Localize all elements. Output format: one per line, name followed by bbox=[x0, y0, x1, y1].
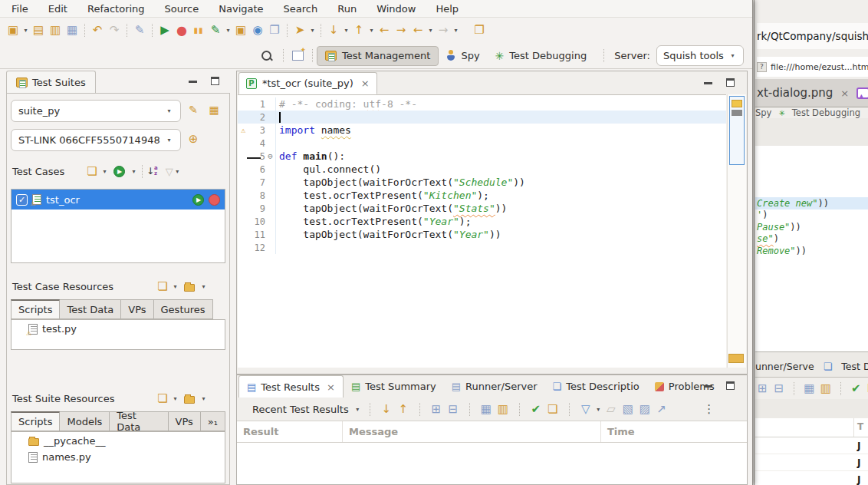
record-icon[interactable]: ● bbox=[173, 22, 190, 39]
maximize-icon[interactable] bbox=[211, 77, 219, 85]
device-select[interactable]: ST-LINK 066CFF5550714948 ▾ bbox=[11, 129, 181, 151]
pick-object-icon[interactable]: ✎ bbox=[131, 22, 148, 39]
tab-test-results[interactable]: ▤ Test Results × bbox=[238, 375, 344, 398]
snapshot-icon[interactable]: ▣ bbox=[232, 22, 249, 39]
maximize-icon[interactable] bbox=[726, 381, 735, 390]
bg-code-editor[interactable]: Create new")) ') Pause")) se") Remove")) bbox=[755, 146, 868, 351]
video-icon[interactable]: ▥ bbox=[820, 380, 832, 397]
tab-scripts[interactable]: Scripts bbox=[11, 411, 60, 431]
previous-annotation-icon[interactable]: ↑ bbox=[350, 22, 367, 39]
stop-icon[interactable] bbox=[209, 194, 220, 206]
collapse-all-icon[interactable]: ⊟ bbox=[445, 401, 462, 417]
new-test-case-icon[interactable]: ❏ bbox=[84, 163, 100, 180]
tab-test-summary[interactable]: ▤ Test Summary bbox=[344, 375, 444, 398]
tab-test-data[interactable]: Test Data bbox=[110, 411, 168, 431]
web-browser-icon[interactable]: ◉ bbox=[249, 22, 266, 39]
chevron-down-icon[interactable]: ▾ bbox=[426, 27, 435, 34]
launch-icon[interactable]: ➤ bbox=[291, 22, 308, 39]
menu-edit[interactable]: Edit bbox=[38, 2, 77, 16]
menu-window[interactable]: Window bbox=[367, 2, 426, 16]
menu-run[interactable]: Run bbox=[327, 2, 367, 16]
back-history-icon[interactable]: ← bbox=[409, 22, 426, 39]
bg-link-text[interactable]: file:///home/ezust...html# bbox=[771, 62, 868, 72]
screenshot-icon[interactable]: ▦ bbox=[478, 401, 495, 417]
collapse-all-icon[interactable]: ⊟ bbox=[774, 380, 785, 397]
new-report-icon[interactable]: ❏ bbox=[544, 401, 561, 417]
new-test-suite-icon[interactable]: ▤ bbox=[30, 22, 47, 39]
bg-tab-test-description[interactable]: Test Descri bbox=[841, 361, 868, 372]
folder-pycache[interactable]: __pycache__ bbox=[12, 432, 225, 448]
column-result[interactable]: Result bbox=[237, 421, 343, 442]
file-test-py[interactable]: test.py bbox=[12, 320, 225, 336]
chevron-down-icon[interactable]: ▾ bbox=[171, 395, 179, 402]
table-row[interactable]: J bbox=[755, 437, 868, 454]
expand-all-icon[interactable]: ⊞ bbox=[428, 401, 445, 417]
filter-icon[interactable]: ▽ bbox=[577, 401, 594, 417]
bg-test-debugging-label[interactable]: Test Debugging bbox=[792, 107, 860, 118]
tab-scripts[interactable]: Scripts bbox=[11, 299, 60, 319]
recent-test-results-dropdown[interactable]: Recent Test Results bbox=[252, 404, 349, 415]
chevron-down-icon[interactable]: ▾ bbox=[173, 168, 182, 175]
tab-vps[interactable]: VPs bbox=[121, 299, 153, 319]
bg-link-row[interactable]: ? file:///home/ezust...html# bbox=[757, 57, 868, 77]
open-folder-icon[interactable] bbox=[184, 284, 195, 292]
import-chart-icon[interactable]: ▨ bbox=[636, 401, 653, 417]
save-icon[interactable]: ▦ bbox=[64, 22, 81, 39]
forward-history-icon[interactable]: → bbox=[435, 22, 452, 39]
new-test-case-icon[interactable]: ▥ bbox=[47, 22, 64, 39]
chevron-down-icon[interactable]: ▾ bbox=[100, 168, 109, 175]
tab-test-suites[interactable]: Test Suites bbox=[6, 71, 96, 94]
chevron-down-icon[interactable]: ▾ bbox=[224, 27, 232, 34]
suite-settings-icon[interactable]: ✎ bbox=[186, 102, 201, 117]
results-table-body[interactable] bbox=[237, 443, 747, 484]
open-external-icon[interactable]: ↗ bbox=[653, 401, 670, 417]
bg-col-time[interactable]: T bbox=[857, 421, 863, 432]
table-row[interactable]: J bbox=[755, 454, 868, 471]
menu-refactoring[interactable]: Refactoring bbox=[77, 2, 155, 16]
video-icon[interactable]: ▥ bbox=[495, 401, 511, 417]
tab-test-description[interactable]: ❏ Test Descriptio bbox=[545, 375, 647, 398]
perspective-spy[interactable]: Spy bbox=[439, 46, 487, 66]
table-row[interactable]: J bbox=[755, 471, 868, 485]
new-wizard-icon[interactable]: ▣ bbox=[5, 22, 21, 39]
close-icon[interactable]: × bbox=[327, 381, 335, 393]
scrollbar-thumb[interactable] bbox=[729, 96, 745, 165]
suite-select[interactable]: suite_py ▾ bbox=[11, 100, 181, 122]
tab-gestures[interactable]: Gestures bbox=[154, 299, 213, 319]
chevron-down-icon[interactable]: ▾ bbox=[130, 168, 138, 175]
test-case-row-tst-ocr[interactable]: ✓ tst_ocr ▶ bbox=[12, 190, 225, 210]
chevron-down-icon[interactable]: ▾ bbox=[199, 395, 208, 402]
minimize-icon[interactable] bbox=[189, 81, 197, 83]
chevron-down-icon[interactable]: ▾ bbox=[353, 406, 362, 413]
chevron-down-icon[interactable]: ▾ bbox=[21, 27, 30, 34]
checkbox-checked-icon[interactable]: ✓ bbox=[16, 194, 28, 206]
open-folder-icon[interactable] bbox=[184, 396, 195, 404]
column-time[interactable]: Time bbox=[601, 426, 635, 437]
redo-icon[interactable]: ↷ bbox=[106, 22, 123, 39]
maximize-icon[interactable] bbox=[726, 78, 735, 87]
tab-test-data[interactable]: Test Data bbox=[60, 299, 121, 319]
file-names-py[interactable]: names.py bbox=[12, 448, 225, 464]
close-icon[interactable]: × bbox=[840, 87, 849, 99]
perspective-test-management[interactable]: Test Management bbox=[317, 46, 439, 66]
chevron-down-icon[interactable]: ▾ bbox=[367, 27, 376, 34]
code-editor[interactable]: 1 # -*- coding: utf-8 -*- 2 ⚠ 3 import n… bbox=[238, 94, 726, 368]
windows-icon[interactable]: ❐ bbox=[266, 22, 283, 39]
tab-overflow[interactable]: »₁ bbox=[201, 411, 225, 431]
chevron-down-icon[interactable]: ▾ bbox=[308, 27, 317, 34]
expand-all-icon[interactable]: ⊞ bbox=[757, 380, 768, 397]
verify-icon[interactable]: ✔ bbox=[528, 401, 544, 417]
launch-aut-icon[interactable]: ▶ bbox=[156, 22, 173, 39]
clear-results-icon[interactable]: ▱ bbox=[603, 401, 620, 417]
tab-vps[interactable]: VPs bbox=[169, 411, 201, 431]
minimize-icon[interactable] bbox=[704, 385, 712, 388]
run-icon[interactable]: ▶ bbox=[192, 194, 204, 206]
next-edit-location-icon[interactable]: → bbox=[393, 22, 409, 39]
perspective-test-debugging[interactable]: ✳ Test Debugging bbox=[488, 46, 595, 66]
open-perspective-icon[interactable] bbox=[292, 51, 304, 61]
menu-help[interactable]: Help bbox=[426, 2, 469, 16]
bg-tab-runner-server[interactable]: unner/Serve bbox=[755, 361, 814, 372]
device-target-icon[interactable]: ⊕ bbox=[186, 131, 201, 147]
minimize-icon[interactable] bbox=[704, 82, 712, 84]
editor-tab-tst-ocr[interactable]: P *tst_ocr (suite_py) × bbox=[238, 72, 377, 94]
